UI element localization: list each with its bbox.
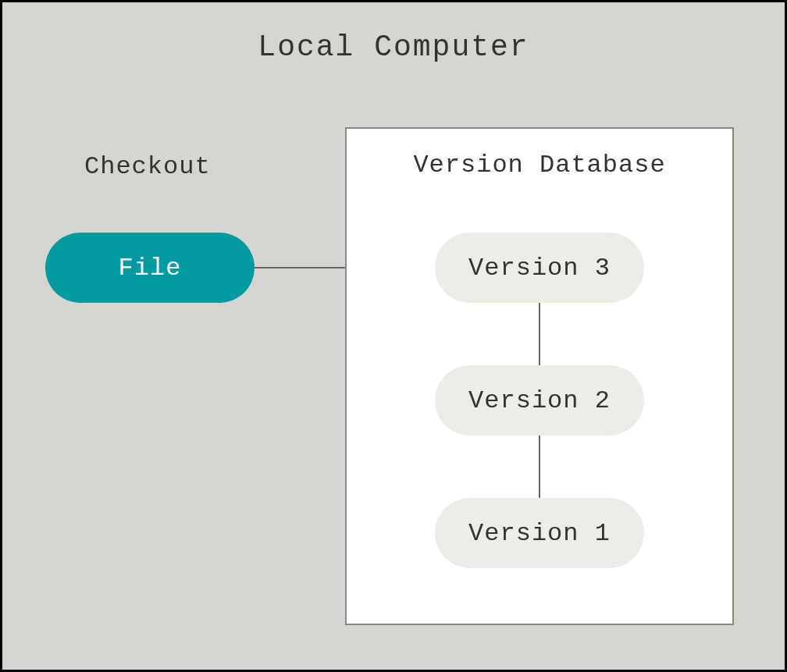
version-2-node: Version 2 (435, 365, 644, 436)
connector-v3-to-v2 (539, 303, 540, 365)
version-2-label: Version 2 (468, 386, 611, 415)
file-node: File (45, 233, 255, 303)
local-computer-container: Local Computer Checkout File Version Dat… (0, 0, 787, 672)
version-1-node: Version 1 (435, 498, 644, 568)
connector-v2-to-v1 (539, 436, 540, 498)
checkout-label: Checkout (84, 152, 211, 181)
version-database-container: Version Database Version 3 Version 2 Ver… (345, 127, 734, 625)
diagram-title: Local Computer (258, 30, 529, 64)
version-3-label: Version 3 (468, 254, 611, 283)
version-1-label: Version 1 (468, 519, 611, 548)
file-label: File (119, 254, 182, 283)
database-title: Version Database (413, 151, 665, 180)
version-3-node: Version 3 (435, 233, 644, 303)
